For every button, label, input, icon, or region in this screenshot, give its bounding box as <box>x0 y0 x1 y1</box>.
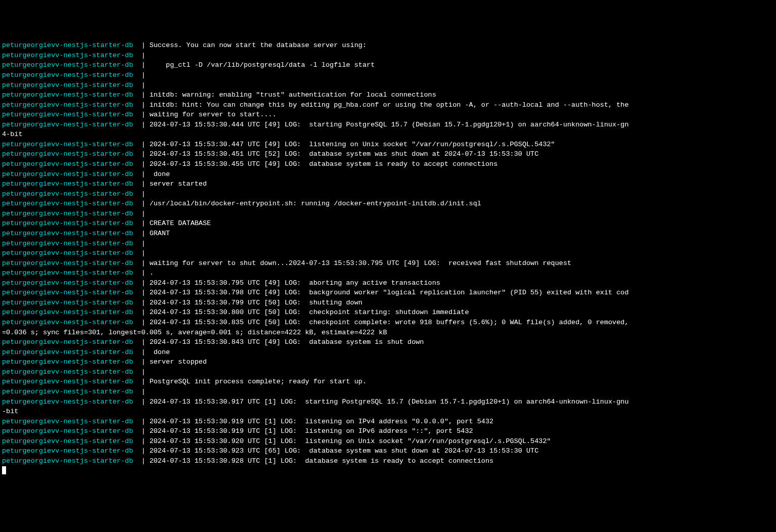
container-name: peturgeorgievv-nestjs-starter-db <box>2 170 133 178</box>
log-separator: | <box>133 240 149 247</box>
log-separator: | <box>133 101 149 109</box>
log-separator: | <box>133 170 149 178</box>
container-name: peturgeorgievv-nestjs-starter-db <box>2 200 133 207</box>
log-separator: | <box>133 219 149 227</box>
log-separator: | <box>133 319 149 326</box>
log-separator: | <box>133 368 149 376</box>
log-message: done <box>150 170 170 178</box>
log-line: 4-bit <box>2 129 774 140</box>
log-line: peturgeorgievv-nestjs-starter-db | done <box>2 169 774 180</box>
log-line: peturgeorgievv-nestjs-starter-db | CREAT… <box>2 218 774 229</box>
container-name: peturgeorgievv-nestjs-starter-db <box>2 418 133 425</box>
log-line: peturgeorgievv-nestjs-starter-db | 2024-… <box>2 278 774 288</box>
log-message: 2024-07-13 15:53:30.919 UTC [1] LOG: lis… <box>150 418 494 425</box>
log-message: 2024-07-13 15:53:30.928 UTC [1] LOG: dat… <box>150 457 494 465</box>
log-line: peturgeorgievv-nestjs-starter-db | <box>2 209 774 219</box>
log-separator: | <box>133 269 149 277</box>
log-separator: | <box>133 338 149 346</box>
container-name: peturgeorgievv-nestjs-starter-db <box>2 190 133 198</box>
log-message: 2024-07-13 15:53:30.444 UTC [49] LOG: st… <box>150 121 629 128</box>
log-line: peturgeorgievv-nestjs-starter-db | Postg… <box>2 377 774 387</box>
container-name: peturgeorgievv-nestjs-starter-db <box>2 368 133 376</box>
log-message: pg_ctl -D /var/lib/postgresql/data -l lo… <box>150 61 375 69</box>
log-line: peturgeorgievv-nestjs-starter-db | 2024-… <box>2 397 774 407</box>
log-line: peturgeorgievv-nestjs-starter-db | <box>2 248 774 258</box>
log-message: 4-bit <box>2 130 23 138</box>
log-line: peturgeorgievv-nestjs-starter-db | 2024-… <box>2 318 774 328</box>
log-line: peturgeorgievv-nestjs-starter-db | <box>2 387 774 397</box>
log-line: peturgeorgievv-nestjs-starter-db | done <box>2 347 774 358</box>
log-separator: | <box>133 358 149 366</box>
container-name: peturgeorgievv-nestjs-starter-db <box>2 279 133 287</box>
log-line: peturgeorgievv-nestjs-starter-db | GRANT <box>2 229 774 239</box>
container-name: peturgeorgievv-nestjs-starter-db <box>2 210 133 217</box>
container-name: peturgeorgievv-nestjs-starter-db <box>2 319 133 326</box>
log-message: 2024-07-13 15:53:30.798 UTC [49] LOG: ba… <box>150 289 629 296</box>
log-separator: | <box>133 308 149 316</box>
log-message: waiting for server to start.... <box>150 111 277 118</box>
log-separator: | <box>133 289 149 296</box>
container-name: peturgeorgievv-nestjs-starter-db <box>2 121 133 128</box>
log-line: peturgeorgievv-nestjs-starter-db | <box>2 239 774 249</box>
log-message: /usr/local/bin/docker-entrypoint.sh: run… <box>150 200 481 207</box>
log-separator: | <box>133 299 149 306</box>
container-name: peturgeorgievv-nestjs-starter-db <box>2 52 133 59</box>
log-separator: | <box>133 81 149 89</box>
log-message: 2024-07-13 15:53:30.920 UTC [1] LOG: lis… <box>150 437 551 445</box>
log-separator: | <box>133 427 149 435</box>
log-separator: | <box>133 348 149 356</box>
log-separator: | <box>133 418 149 425</box>
log-line: =0.036 s; sync files=301, longest=0.005 … <box>2 328 774 338</box>
log-separator: | <box>133 111 149 118</box>
log-line: peturgeorgievv-nestjs-starter-db | 2024-… <box>2 159 774 169</box>
log-line: peturgeorgievv-nestjs-starter-db | <box>2 367 774 377</box>
log-message: 2024-07-13 15:53:30.843 UTC [49] LOG: da… <box>150 338 424 346</box>
log-message: 2024-07-13 15:53:30.919 UTC [1] LOG: lis… <box>150 427 473 435</box>
log-separator: | <box>133 398 149 406</box>
log-message: 2024-07-13 15:53:30.923 UTC [65] LOG: da… <box>150 447 539 455</box>
log-message: 2024-07-13 15:53:30.835 UTC [50] LOG: ch… <box>150 319 629 326</box>
container-name: peturgeorgievv-nestjs-starter-db <box>2 111 133 118</box>
container-name: peturgeorgievv-nestjs-starter-db <box>2 269 133 277</box>
log-message: Success. You can now start the database … <box>150 41 367 49</box>
cursor-line <box>2 466 774 476</box>
log-message: 2024-07-13 15:53:30.800 UTC [50] LOG: ch… <box>150 308 469 316</box>
log-separator: | <box>133 259 149 267</box>
container-name: peturgeorgievv-nestjs-starter-db <box>2 348 133 356</box>
log-separator: | <box>133 91 149 99</box>
log-message: 2024-07-13 15:53:30.451 UTC [52] LOG: da… <box>150 150 539 158</box>
log-separator: | <box>133 61 149 69</box>
container-name: peturgeorgievv-nestjs-starter-db <box>2 160 133 168</box>
container-name: peturgeorgievv-nestjs-starter-db <box>2 447 133 455</box>
log-line: peturgeorgievv-nestjs-starter-db | 2024-… <box>2 120 774 130</box>
container-name: peturgeorgievv-nestjs-starter-db <box>2 378 133 385</box>
container-name: peturgeorgievv-nestjs-starter-db <box>2 259 133 267</box>
log-separator: | <box>133 447 149 455</box>
log-message: 2024-07-13 15:53:30.799 UTC [50] LOG: sh… <box>150 299 362 306</box>
container-name: peturgeorgievv-nestjs-starter-db <box>2 150 133 158</box>
log-line: peturgeorgievv-nestjs-starter-db | /usr/… <box>2 199 774 209</box>
log-line: -bit <box>2 407 774 417</box>
container-name: peturgeorgievv-nestjs-starter-db <box>2 457 133 465</box>
log-separator: | <box>133 437 149 445</box>
log-line: peturgeorgievv-nestjs-starter-db | 2024-… <box>2 417 774 427</box>
log-message: -bit <box>2 408 18 415</box>
container-name: peturgeorgievv-nestjs-starter-db <box>2 388 133 395</box>
terminal-output[interactable]: peturgeorgievv-nestjs-starter-db | Succe… <box>2 40 774 476</box>
container-name: peturgeorgievv-nestjs-starter-db <box>2 358 133 366</box>
container-name: peturgeorgievv-nestjs-starter-db <box>2 240 133 247</box>
log-line: peturgeorgievv-nestjs-starter-db | waiti… <box>2 110 774 120</box>
container-name: peturgeorgievv-nestjs-starter-db <box>2 61 133 69</box>
log-separator: | <box>133 190 149 198</box>
log-separator: | <box>133 180 149 188</box>
log-separator: | <box>133 230 149 237</box>
log-message: 2024-07-13 15:53:30.795 UTC [49] LOG: ab… <box>150 279 440 287</box>
log-line: peturgeorgievv-nestjs-starter-db | <box>2 51 774 61</box>
log-separator: | <box>133 41 149 49</box>
log-message: PostgreSQL init process complete; ready … <box>150 378 367 385</box>
container-name: peturgeorgievv-nestjs-starter-db <box>2 338 133 346</box>
container-name: peturgeorgievv-nestjs-starter-db <box>2 308 133 316</box>
log-separator: | <box>133 160 149 168</box>
log-message: server started <box>150 180 207 188</box>
log-line: peturgeorgievv-nestjs-starter-db | <box>2 70 774 80</box>
